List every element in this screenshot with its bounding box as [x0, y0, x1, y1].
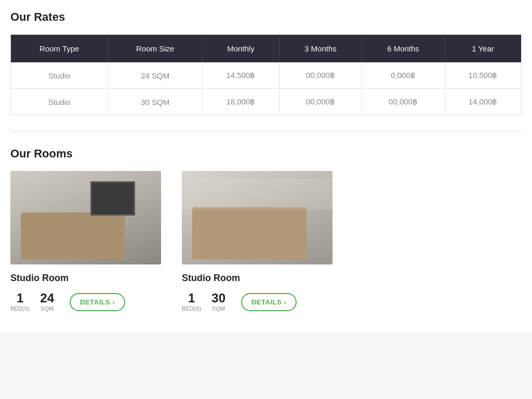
room-sqm-value-1: 24 — [40, 292, 54, 304]
rates-table: Room Type Room Size Monthly 3 Months 6 M… — [10, 34, 522, 115]
room-card-1: Studio Room 1 BED(S) 24 SQM DETAILS › — [10, 171, 161, 312]
room-stat-sqm-1: 24 SQM — [40, 292, 54, 312]
cell-room-size-2: 30 SQM — [108, 89, 203, 115]
chevron-right-icon-2: › — [284, 298, 286, 306]
room-sqm-label-2: SQM — [212, 305, 225, 312]
rooms-section-title: Our Rooms — [10, 147, 522, 161]
cell-room-type-2: Studio — [11, 89, 108, 115]
cell-3months-1: 00,000฿ — [279, 62, 362, 89]
page-container: Our Rates Room Type Room Size Monthly 3 … — [0, 0, 532, 332]
table-header-row: Room Type Room Size Monthly 3 Months 6 M… — [11, 35, 522, 63]
room-card-2: Studio Room 1 BED(S) 30 SQM DETAILS › — [182, 171, 332, 312]
cell-6months-1: 0,000฿ — [362, 62, 444, 89]
col-header-3months: 3 Months — [279, 35, 362, 63]
details-button-2[interactable]: DETAILS › — [241, 293, 297, 311]
col-header-monthly: Monthly — [202, 35, 279, 63]
table-row: Studio 24 SQM 14,500฿ 00,000฿ 0,000฿ 10,… — [11, 62, 522, 89]
room-details-row-1: 1 BED(S) 24 SQM DETAILS › — [10, 292, 161, 312]
room-stat-beds-1: 1 BED(S) — [10, 292, 30, 312]
room-stat-beds-2: 1 BED(S) — [182, 292, 201, 312]
room-details-row-2: 1 BED(S) 30 SQM DETAILS › — [182, 292, 332, 312]
section-divider — [10, 131, 522, 131]
col-header-room-size: Room Size — [108, 35, 203, 63]
room-beds-label-2: BED(S) — [182, 305, 201, 312]
cell-room-type-1: Studio — [11, 62, 108, 89]
cell-monthly-2: 18,000฿ — [202, 89, 279, 115]
col-header-room-type: Room Type — [11, 35, 108, 63]
chevron-right-icon-1: › — [112, 298, 115, 306]
rates-section-title: Our Rates — [10, 10, 522, 24]
room-image-1 — [10, 171, 161, 264]
room-stat-sqm-2: 30 SQM — [211, 292, 225, 312]
cell-monthly-1: 14,500฿ — [202, 62, 279, 89]
room-name-1: Studio Room — [10, 273, 161, 284]
room-beds-value-2: 1 — [188, 292, 195, 304]
room-sqm-value-2: 30 — [211, 292, 225, 304]
cell-6months-2: 00,000฿ — [362, 89, 444, 115]
col-header-6months: 6 Months — [362, 35, 444, 63]
details-button-1-label: DETAILS — [80, 298, 110, 306]
room-sqm-label-1: SQM — [41, 305, 54, 312]
details-button-2-label: DETAILS — [251, 298, 282, 306]
cell-room-size-1: 24 SQM — [108, 62, 203, 89]
cell-3months-2: 00,000฿ — [279, 89, 362, 115]
room-beds-label-1: BED(S) — [10, 305, 30, 312]
cell-1year-1: 10,500฿ — [445, 62, 522, 89]
col-header-1year: 1 Year — [445, 35, 522, 63]
room-beds-value-1: 1 — [17, 292, 23, 304]
rooms-grid: Studio Room 1 BED(S) 24 SQM DETAILS › St… — [10, 171, 522, 312]
cell-1year-2: 14,000฿ — [445, 89, 522, 115]
table-row: Studio 30 SQM 18,000฿ 00,000฿ 00,000฿ 14… — [11, 89, 522, 115]
details-button-1[interactable]: DETAILS › — [70, 293, 125, 311]
room-image-2 — [182, 171, 332, 264]
room-name-2: Studio Room — [182, 273, 332, 284]
